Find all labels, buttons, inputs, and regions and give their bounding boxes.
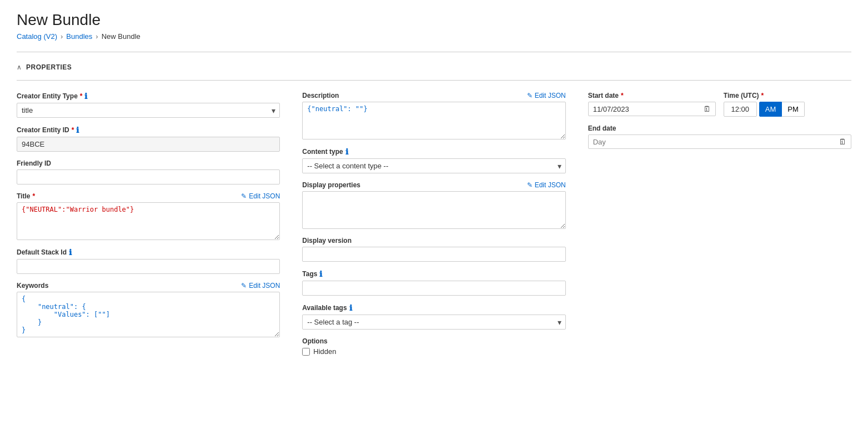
display-properties-edit-json-button[interactable]: ✎ Edit JSON <box>527 181 566 189</box>
display-properties-pencil-icon: ✎ <box>527 181 533 189</box>
friendly-id-input[interactable] <box>17 169 280 184</box>
time-input[interactable] <box>724 102 757 117</box>
start-date-input-wrapper: 🗓 <box>588 102 716 116</box>
available-tags-group: Available tags ℹ -- Select a tag -- <box>302 303 565 330</box>
default-stack-id-info-icon[interactable]: ℹ <box>69 248 72 257</box>
description-group: Description ✎ Edit JSON {"neutral": ""} <box>302 92 565 139</box>
start-date-calendar-icon[interactable]: 🗓 <box>703 104 711 113</box>
friendly-id-group: Friendly ID <box>17 159 280 184</box>
tags-group: Tags ℹ <box>302 270 565 296</box>
content-type-select[interactable]: -- Select a content type -- <box>302 158 565 173</box>
breadcrumb-current: New Bundle <box>102 32 141 41</box>
start-date-label: Start date * <box>588 92 716 99</box>
chevron-icon: ∧ <box>17 63 22 71</box>
display-properties-textarea[interactable] <box>302 191 565 229</box>
creator-entity-id-label: Creator Entity ID * ℹ <box>17 126 280 134</box>
end-date-input-wrapper: 🗓 <box>588 134 851 149</box>
creator-entity-type-select-wrapper: title <box>17 103 280 118</box>
title-edit-json-button[interactable]: ✎ Edit JSON <box>241 192 280 200</box>
creator-entity-id-info-icon[interactable]: ℹ <box>76 126 79 134</box>
content-type-label: Content type ℹ <box>302 147 565 156</box>
time-row: AM PM <box>724 102 851 117</box>
tags-label: Tags ℹ <box>302 270 565 278</box>
display-version-label: Display version <box>302 237 565 245</box>
keywords-edit-json-button[interactable]: ✎ Edit JSON <box>241 282 280 290</box>
tags-info-icon[interactable]: ℹ <box>319 270 322 278</box>
creator-entity-type-group: Creator Entity Type * ℹ title <box>17 92 280 118</box>
keywords-group: Keywords ✎ Edit JSON { "neutral": { "Val… <box>17 282 280 337</box>
options-group: Options Hidden <box>302 337 565 356</box>
display-properties-label: Display properties <box>302 181 360 189</box>
time-label: Time (UTC) * <box>724 92 851 99</box>
default-stack-id-input[interactable] <box>17 259 280 274</box>
start-date-input[interactable] <box>593 105 701 113</box>
time-group: Time (UTC) * AM PM <box>724 92 851 117</box>
friendly-id-label: Friendly ID <box>17 159 280 167</box>
title-label: Title * <box>17 192 35 200</box>
display-properties-group: Display properties ✎ Edit JSON <box>302 181 565 229</box>
creator-entity-id-group: Creator Entity ID * ℹ <box>17 126 280 152</box>
display-version-group: Display version <box>302 237 565 262</box>
creator-entity-type-label: Creator Entity Type * ℹ <box>17 92 87 101</box>
end-date-group: End date 🗓 <box>588 124 851 149</box>
available-tags-select-wrapper: -- Select a tag -- <box>302 315 565 330</box>
end-date-calendar-icon[interactable]: 🗓 <box>839 137 846 146</box>
start-date-group: Start date * 🗓 <box>588 92 716 116</box>
section-divider-bottom <box>17 80 851 81</box>
tags-input[interactable] <box>302 281 565 296</box>
creator-entity-type-select[interactable]: title <box>17 103 280 118</box>
description-label: Description <box>302 92 339 99</box>
content-type-group: Content type ℹ -- Select a content type … <box>302 147 565 173</box>
description-pencil-icon: ✎ <box>527 92 533 99</box>
section-divider-top <box>17 52 851 52</box>
available-tags-info-icon[interactable]: ℹ <box>349 303 352 312</box>
default-stack-id-group: Default Stack Id ℹ <box>17 248 280 274</box>
creator-entity-type-info-icon[interactable]: ℹ <box>84 92 87 101</box>
title-group: Title * ✎ Edit JSON {"NEUTRAL":"Warrior … <box>17 192 280 240</box>
page-title: New Bundle <box>17 11 851 29</box>
hidden-checkbox[interactable] <box>302 348 310 356</box>
keywords-pencil-icon: ✎ <box>241 282 247 290</box>
column-2: Description ✎ Edit JSON {"neutral": ""} … <box>302 92 565 356</box>
am-button[interactable]: AM <box>759 102 782 117</box>
title-textarea[interactable]: {"NEUTRAL":"Warrior bundle"} <box>17 202 280 240</box>
start-date-time-group: Start date * 🗓 Time (UTC) * <box>588 92 851 117</box>
pm-button[interactable]: PM <box>782 102 805 117</box>
properties-section-header[interactable]: ∧ PROPERTIES <box>17 63 851 71</box>
keywords-textarea[interactable]: { "neutral": { "Values": [""] } } <box>17 292 280 337</box>
pencil-icon: ✎ <box>241 192 247 200</box>
keywords-label: Keywords <box>17 282 48 290</box>
description-textarea[interactable]: {"neutral": ""} <box>302 102 565 139</box>
breadcrumb-sep-1: › <box>61 32 63 41</box>
section-title: PROPERTIES <box>26 63 72 71</box>
creator-entity-id-input[interactable] <box>17 137 280 152</box>
column-1: Creator Entity Type * ℹ title Creator En… <box>17 92 280 337</box>
breadcrumb: Catalog (V2) › Bundles › New Bundle <box>17 32 851 41</box>
default-stack-id-label: Default Stack Id ℹ <box>17 248 280 257</box>
options-label: Options <box>302 337 565 345</box>
content-type-select-wrapper: -- Select a content type -- <box>302 158 565 173</box>
available-tags-select[interactable]: -- Select a tag -- <box>302 315 565 330</box>
end-date-label: End date <box>588 124 851 132</box>
hidden-label: Hidden <box>313 347 336 356</box>
column-3: Start date * 🗓 Time (UTC) * <box>588 92 851 149</box>
available-tags-label: Available tags ℹ <box>302 303 565 312</box>
am-pm-group: AM PM <box>759 102 805 117</box>
display-version-input[interactable] <box>302 247 565 262</box>
breadcrumb-sep-2: › <box>96 32 98 41</box>
breadcrumb-bundles[interactable]: Bundles <box>66 32 92 41</box>
content-type-info-icon[interactable]: ℹ <box>345 147 348 156</box>
form-grid: Creator Entity Type * ℹ title Creator En… <box>17 92 851 356</box>
breadcrumb-catalog[interactable]: Catalog (V2) <box>17 32 57 41</box>
hidden-option: Hidden <box>302 347 565 356</box>
end-date-input[interactable] <box>593 138 836 146</box>
description-edit-json-button[interactable]: ✎ Edit JSON <box>527 92 566 99</box>
